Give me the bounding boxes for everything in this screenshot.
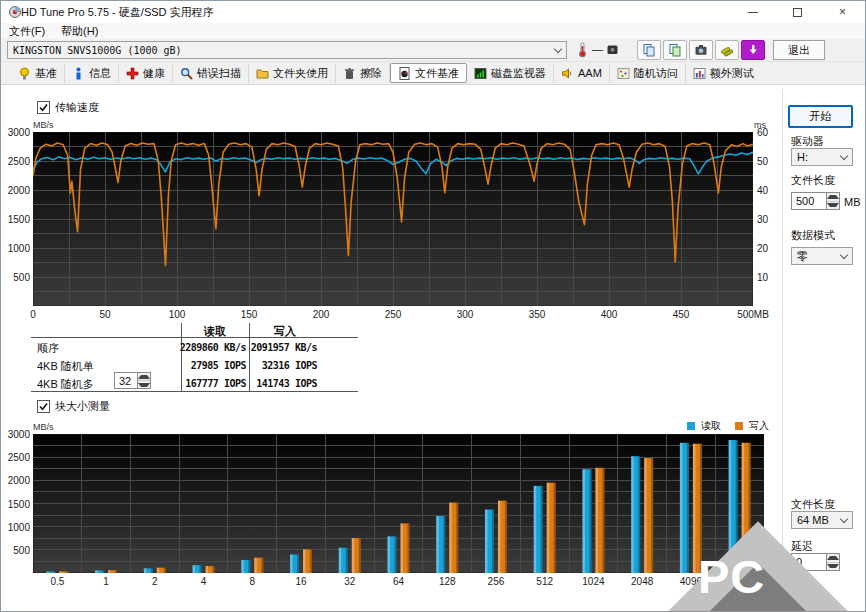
tab-info[interactable]: 信息 (65, 63, 119, 83)
copy-image-button[interactable] (663, 40, 687, 60)
file-benchmark-icon (398, 67, 411, 80)
block-size-chart (33, 434, 764, 573)
chevron-down-icon (840, 514, 848, 522)
top-chart-y-axis-right: 605040302010 (757, 132, 777, 306)
row-4kb-single-label: 4KB 随机单 (37, 359, 94, 374)
target-drive-select[interactable]: H: (791, 148, 853, 166)
spin-up-icon[interactable] (138, 373, 150, 380)
keys-button[interactable] (715, 40, 739, 60)
row-4kb-multi-label: 4KB 随机多 (37, 377, 94, 392)
minimize-button[interactable] (730, 1, 775, 23)
write-legend-label: 写入 (749, 419, 769, 433)
menu-file[interactable]: 文件(F) (1, 24, 53, 39)
data-mode-select[interactable]: 零 (791, 247, 853, 265)
chart-legend: 读取 写入 (687, 419, 769, 433)
maximize-button[interactable] (775, 1, 820, 23)
temperature-value: — (592, 43, 603, 55)
block-size-label: 块大小测量 (55, 399, 110, 414)
start-button[interactable]: 开始 (788, 105, 853, 128)
health-cross-icon (126, 67, 139, 80)
table-header-write: 写入 (274, 324, 296, 339)
tab-file-benchmark[interactable]: 文件基准 (390, 63, 467, 83)
minimize-icon (748, 12, 758, 13)
tab-label: 错误扫描 (197, 66, 241, 81)
tab-aam[interactable]: AAM (554, 63, 610, 83)
latency-label: 延迟 (791, 539, 813, 554)
tab-disk-monitor[interactable]: 磁盘监视器 (467, 63, 554, 83)
transfer-speed-label: 传输速度 (55, 100, 99, 115)
camera-icon (694, 43, 708, 57)
tab-benchmark[interactable]: 基准 (11, 63, 65, 83)
copy-text-button[interactable] (637, 40, 661, 60)
tab-random-access[interactable]: 随机访问 (610, 63, 686, 83)
tab-label: 健康 (143, 66, 165, 81)
file-length2-label: 文件长度 (791, 497, 835, 512)
tab-health[interactable]: 健康 (119, 63, 173, 83)
speaker-icon (561, 67, 574, 80)
data-mode-value: 零 (797, 249, 808, 264)
file-length-spinner[interactable]: 500 (791, 192, 840, 210)
tab-error-scan[interactable]: 错误扫描 (173, 63, 249, 83)
tab-label: 文件基准 (415, 66, 459, 81)
lightbulb-icon (18, 67, 31, 80)
info-icon (72, 67, 85, 80)
transfer-speed-checkbox[interactable]: 传输速度 (37, 100, 99, 115)
app-window: HD Tune Pro 5.75 - 硬盘/SSD 实用程序 × 文件(F) 帮… (0, 0, 866, 612)
data-mode-label: 数据模式 (791, 228, 835, 243)
drive-select[interactable]: KINGSTON SNVS1000G (1000 gB) (7, 41, 567, 59)
4kb-single-write-value: 32316 IOPS (222, 360, 317, 371)
tab-label: 额外测试 (710, 66, 754, 81)
tab-label: AAM (578, 67, 602, 79)
file-length-label: 文件长度 (791, 173, 835, 188)
4kb-multi-write-value: 141743 IOPS (222, 378, 317, 389)
update-button[interactable] (741, 40, 765, 60)
tab-label: 随机访问 (634, 66, 678, 81)
queue-depth-value: 32 (119, 375, 131, 387)
screenshot-button[interactable] (689, 40, 713, 60)
table-divider (31, 337, 358, 338)
exit-button-label: 退出 (788, 43, 810, 58)
block-size-checkbox[interactable]: 块大小测量 (37, 399, 110, 414)
transfer-speed-chart (33, 132, 753, 306)
tab-erase[interactable]: 擦除 (336, 63, 390, 83)
tab-label: 信息 (89, 66, 111, 81)
exit-button[interactable]: 退出 (773, 40, 825, 60)
folder-icon (256, 67, 269, 80)
table-header-read: 读取 (204, 324, 226, 339)
spin-down-icon[interactable] (827, 201, 839, 210)
checkbox-check-icon (37, 101, 50, 114)
copy-pages-icon (642, 43, 656, 57)
tab-label: 磁盘监视器 (491, 66, 546, 81)
top-chart-y-axis-left: 30002500200015001000500 (3, 132, 30, 306)
tab-label: 文件夹使用 (273, 66, 328, 81)
menu-bar: 文件(F) 帮助(H) (1, 23, 865, 39)
queue-depth-spinner[interactable]: 32 (114, 372, 151, 389)
row-sequential-label: 顺序 (37, 341, 59, 356)
spin-up-icon[interactable] (827, 554, 839, 562)
close-button[interactable]: × (820, 1, 865, 23)
extra-tests-icon (693, 67, 706, 80)
drive-select-value: KINGSTON SNVS1000G (1000 gB) (13, 45, 182, 56)
file-length2-select[interactable]: 64 MB (791, 511, 853, 529)
chevron-down-icon (840, 250, 848, 258)
spin-up-icon[interactable] (827, 193, 839, 201)
read-legend-label: 读取 (701, 419, 721, 433)
tab-folder-usage[interactable]: 文件夹使用 (249, 63, 336, 83)
checkbox-check-icon (37, 400, 50, 413)
thermometer-icon (577, 42, 588, 58)
drive-chip-icon (606, 43, 619, 56)
disk-monitor-icon (474, 67, 487, 80)
start-button-label: 开始 (810, 109, 832, 124)
menu-help[interactable]: 帮助(H) (53, 24, 106, 39)
download-arrow-icon (746, 43, 760, 57)
tab-extra-tests[interactable]: 额外测试 (686, 63, 761, 83)
bottom-chart-unit: MB/s (33, 422, 54, 432)
app-icon (8, 5, 22, 19)
target-drive-value: H: (797, 151, 808, 163)
copy-image-icon (668, 43, 682, 57)
file-length-unit: MB (844, 196, 861, 208)
top-chart-x-axis: 050100150200250300350400450500MB (33, 309, 753, 321)
spin-down-icon[interactable] (138, 380, 150, 388)
spin-down-icon[interactable] (827, 562, 839, 571)
panel-separator (782, 89, 783, 605)
